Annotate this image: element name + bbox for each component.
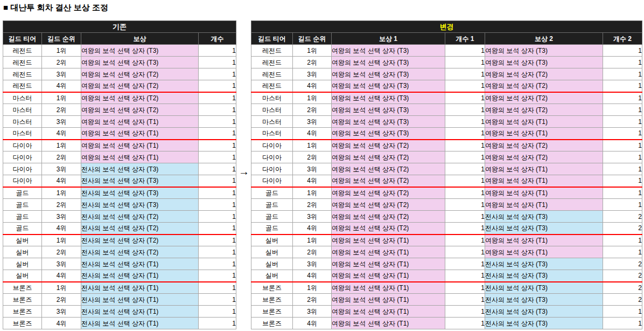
- reward-2-cell[interactable]: 전사의 보석 상자 (T3): [485, 318, 603, 329]
- rank-cell[interactable]: 1위: [293, 140, 332, 151]
- tier-cell[interactable]: 마스터: [3, 128, 42, 140]
- count-2-cell[interactable]: 1: [603, 151, 642, 163]
- rank-cell[interactable]: 4위: [42, 128, 81, 140]
- count-1-cell[interactable]: 1: [445, 45, 485, 57]
- count-1-cell[interactable]: 1: [445, 223, 485, 235]
- reward-2-cell[interactable]: 전사의 보석 상자 (T3): [485, 258, 603, 270]
- reward-cell[interactable]: 여왕의 보석 선택 상자 (T2): [81, 92, 199, 104]
- count-1-cell[interactable]: 1: [445, 57, 485, 68]
- reward-2-cell[interactable]: 여왕의 보석 상자 (T1): [485, 187, 603, 199]
- tier-cell[interactable]: 다이아: [3, 151, 42, 163]
- reward-1-cell[interactable]: 여왕의 보석 선택 상자 (T2): [332, 187, 445, 199]
- count-1-cell[interactable]: 1: [445, 116, 485, 128]
- count-2-cell[interactable]: 1: [603, 187, 642, 199]
- tier-cell[interactable]: 골드: [251, 211, 293, 223]
- reward-cell[interactable]: 전사의 보석 선택 상자 (T1): [81, 306, 199, 318]
- tier-cell[interactable]: 다이아: [251, 175, 293, 187]
- count-2-cell[interactable]: 1: [603, 116, 642, 128]
- reward-cell[interactable]: 전사의 보석 선택 상자 (T1): [81, 294, 199, 306]
- count-cell[interactable]: 1: [199, 80, 236, 92]
- count-1-cell[interactable]: 1: [445, 163, 485, 175]
- rank-cell[interactable]: 2위: [293, 294, 332, 306]
- reward-2-cell[interactable]: 여왕의 보석 상자 (T3): [485, 57, 603, 68]
- reward-cell[interactable]: 전사의 보석 선택 상자 (T1): [81, 270, 199, 282]
- tier-cell[interactable]: 레전드: [251, 68, 293, 80]
- reward-cell[interactable]: 전사의 보석 선택 상자 (T2): [81, 235, 199, 246]
- reward-1-cell[interactable]: 여왕의 보석 선택 상자 (T1): [332, 306, 445, 318]
- count-1-cell[interactable]: 1: [445, 68, 485, 80]
- reward-1-cell[interactable]: 여왕의 보석 선택 상자 (T3): [332, 116, 445, 128]
- reward-cell[interactable]: 전사의 보석 선택 상자 (T1): [81, 282, 199, 294]
- count-2-cell[interactable]: 1: [603, 57, 642, 68]
- rank-cell[interactable]: 1위: [293, 282, 332, 294]
- count-2-cell[interactable]: 2: [603, 282, 642, 294]
- count-cell[interactable]: 1: [199, 235, 236, 246]
- reward-1-cell[interactable]: 여왕의 보석 선택 상자 (T2): [332, 151, 445, 163]
- count-cell[interactable]: 1: [199, 116, 236, 128]
- reward-cell[interactable]: 여왕의 보석 선택 상자 (T2): [81, 80, 199, 92]
- tier-cell[interactable]: 실버: [3, 246, 42, 258]
- rank-cell[interactable]: 4위: [42, 175, 81, 187]
- rank-cell[interactable]: 1위: [42, 282, 81, 294]
- rank-cell[interactable]: 2위: [42, 57, 81, 68]
- count-cell[interactable]: 1: [199, 140, 236, 151]
- count-1-cell[interactable]: 1: [445, 80, 485, 92]
- tier-cell[interactable]: 마스터: [3, 104, 42, 116]
- reward-cell[interactable]: 전사의 보석 선택 상자 (T2): [81, 246, 199, 258]
- tier-cell[interactable]: 실버: [251, 246, 293, 258]
- tier-cell[interactable]: 마스터: [251, 116, 293, 128]
- reward-cell[interactable]: 전사의 보석 선택 상자 (T3): [81, 187, 199, 199]
- tier-cell[interactable]: 실버: [251, 258, 293, 270]
- count-cell[interactable]: 1: [199, 45, 236, 57]
- count-2-cell[interactable]: 1: [603, 68, 642, 80]
- count-2-cell[interactable]: 1: [603, 104, 642, 116]
- count-1-cell[interactable]: 1: [445, 187, 485, 199]
- reward-2-cell[interactable]: 전사의 보석 상자 (T3): [485, 211, 603, 223]
- rank-cell[interactable]: 3위: [42, 306, 81, 318]
- column-header-reward-1[interactable]: 보상 1: [332, 33, 445, 45]
- count-2-cell[interactable]: 1: [603, 246, 642, 258]
- reward-2-cell[interactable]: 여왕의 보석 상자 (T1): [485, 116, 603, 128]
- count-cell[interactable]: 1: [199, 163, 236, 175]
- rank-cell[interactable]: 4위: [293, 270, 332, 282]
- tier-cell[interactable]: 레전드: [251, 57, 293, 68]
- reward-cell[interactable]: 전사의 보석 선택 상자 (T3): [81, 199, 199, 211]
- count-2-cell[interactable]: 1: [603, 306, 642, 318]
- reward-cell[interactable]: 여왕의 보석 선택 상자 (T1): [81, 140, 199, 151]
- count-cell[interactable]: 1: [199, 258, 236, 270]
- reward-cell[interactable]: 여왕의 보석 선택 상자 (T1): [81, 128, 199, 140]
- reward-1-cell[interactable]: 여왕의 보석 선택 상자 (T3): [332, 128, 445, 140]
- reward-1-cell[interactable]: 여왕의 보석 선택 상자 (T1): [332, 294, 445, 306]
- reward-2-cell[interactable]: 여왕의 보석 상자 (T2): [485, 151, 603, 163]
- rank-cell[interactable]: 4위: [42, 80, 81, 92]
- count-2-cell[interactable]: 2: [603, 223, 642, 235]
- rank-cell[interactable]: 3위: [42, 68, 81, 80]
- tier-cell[interactable]: 브론즈: [3, 306, 42, 318]
- column-header-guild-rank[interactable]: 길드 순위: [293, 33, 332, 45]
- tier-cell[interactable]: 브론즈: [3, 318, 42, 329]
- tier-cell[interactable]: 마스터: [251, 92, 293, 104]
- rank-cell[interactable]: 1위: [293, 235, 332, 246]
- reward-1-cell[interactable]: 여왕의 보석 선택 상자 (T2): [332, 199, 445, 211]
- tier-cell[interactable]: 다이아: [3, 163, 42, 175]
- rank-cell[interactable]: 2위: [42, 199, 81, 211]
- reward-2-cell[interactable]: 전사의 보석 상자 (T3): [485, 282, 603, 294]
- rank-cell[interactable]: 4위: [42, 223, 81, 235]
- rank-cell[interactable]: 1위: [293, 45, 332, 57]
- reward-2-cell[interactable]: 여왕의 보석 상자 (T2): [485, 80, 603, 92]
- count-1-cell[interactable]: 1: [445, 235, 485, 246]
- count-cell[interactable]: 1: [199, 223, 236, 235]
- rank-cell[interactable]: 1위: [293, 92, 332, 104]
- reward-1-cell[interactable]: 여왕의 보석 선택 상자 (T1): [332, 270, 445, 282]
- count-1-cell[interactable]: 1: [445, 270, 485, 282]
- column-header-count[interactable]: 개수: [199, 33, 236, 45]
- rank-cell[interactable]: 3위: [293, 258, 332, 270]
- count-cell[interactable]: 1: [199, 246, 236, 258]
- count-cell[interactable]: 1: [199, 175, 236, 187]
- tier-cell[interactable]: 레전드: [3, 57, 42, 68]
- column-header-reward-2[interactable]: 보상 2: [485, 33, 603, 45]
- count-cell[interactable]: 1: [199, 294, 236, 306]
- reward-1-cell[interactable]: 여왕의 보석 선택 상자 (T3): [332, 80, 445, 92]
- reward-1-cell[interactable]: 여왕의 보석 선택 상자 (T1): [332, 318, 445, 329]
- tier-cell[interactable]: 골드: [3, 199, 42, 211]
